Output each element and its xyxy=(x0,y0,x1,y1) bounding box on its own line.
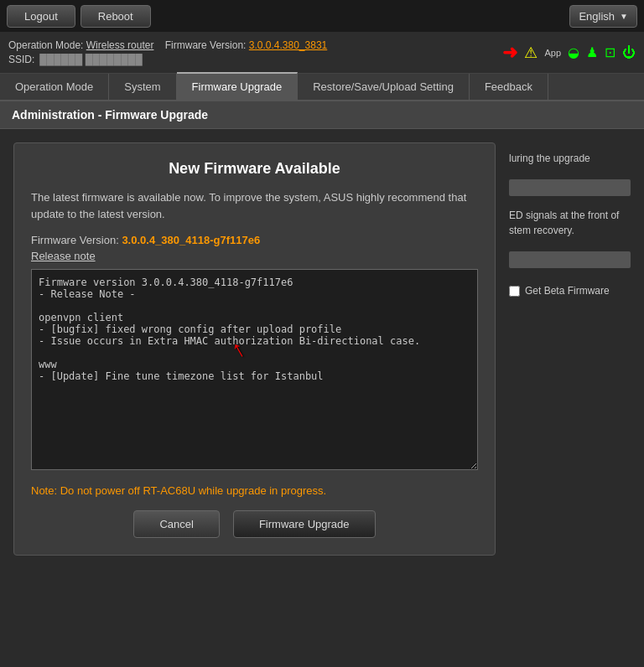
info-line1: Operation Mode: Wireless router Firmware… xyxy=(8,39,502,51)
dialog-buttons: Cancel Firmware Upgrade xyxy=(31,510,478,538)
chevron-down-icon: ▼ xyxy=(620,12,628,21)
dialog-description: The latest firmware is available now. To… xyxy=(31,189,478,222)
sidebar-bar2 xyxy=(509,251,631,268)
tab-operation-mode[interactable]: Operation Mode xyxy=(0,74,109,100)
dialog-title: New Firmware Available xyxy=(31,160,478,178)
info-line2: SSID: ██████ ████████ xyxy=(8,54,502,65)
cancel-button[interactable]: Cancel xyxy=(133,510,219,538)
ssid-label: SSID: xyxy=(8,54,34,65)
tab-feedback[interactable]: Feedback xyxy=(470,74,548,100)
beta-firmware-checkbox[interactable] xyxy=(509,286,520,297)
page-title: Administration - Firmware Upgrade xyxy=(0,101,644,129)
logout-button[interactable]: Logout xyxy=(7,5,75,28)
fw-version-line: Firmware Version: 3.0.0.4_380_4118-g7f11… xyxy=(31,234,478,246)
red-arrow-icon: ➜ xyxy=(502,42,517,64)
tab-firmware-upgrade[interactable]: Firmware Upgrade xyxy=(177,72,299,100)
upgrade-note: Note: Do not power off RT-AC68U while up… xyxy=(31,484,478,497)
right-sidebar: luring the upgrade ED signals at the fro… xyxy=(509,142,631,556)
ssid-value: ██████ ████████ xyxy=(39,54,142,65)
info-bar-icons: ➜ ⚠ App ◒ ♟ ⊡ ⏻ xyxy=(502,42,636,64)
tab-restore-save[interactable]: Restore/Save/Upload Setting xyxy=(298,74,470,100)
warning-icon: ⚠ xyxy=(524,44,538,62)
info-bar: Operation Mode: Wireless router Firmware… xyxy=(0,32,644,74)
sidebar-bar1 xyxy=(509,179,631,196)
operation-mode-value[interactable]: Wireless router xyxy=(86,39,154,51)
tab-system[interactable]: System xyxy=(109,74,176,100)
beta-firmware-check: Get Beta Firmware xyxy=(509,285,631,297)
fw-version-label: Firmware Version: xyxy=(31,234,119,246)
release-note-textarea[interactable] xyxy=(31,269,478,470)
usb-icon: ⏻ xyxy=(622,45,636,60)
fw-version-new-value: 3.0.0.4_380_4118-g7f117e6 xyxy=(122,234,260,246)
monitor-icon: ⊡ xyxy=(605,44,615,60)
beta-firmware-label: Get Beta Firmware xyxy=(525,285,610,297)
nav-tabs: Operation Mode System Firmware Upgrade R… xyxy=(0,74,644,101)
firmware-upgrade-button[interactable]: Firmware Upgrade xyxy=(233,510,376,538)
reboot-button[interactable]: Reboot xyxy=(80,5,151,28)
firmware-dialog: New Firmware Available The latest firmwa… xyxy=(13,142,496,556)
sidebar-text1: luring the upgrade xyxy=(509,151,631,166)
top-bar-left: Logout Reboot xyxy=(7,5,569,28)
sidebar-text2: ED signals at the front of stem recovery… xyxy=(509,208,631,238)
wifi-icon: ◒ xyxy=(568,44,579,60)
user-icon: ♟ xyxy=(586,44,598,60)
top-bar-right: English ▼ xyxy=(569,5,637,28)
operation-mode-label: Operation Mode: xyxy=(8,39,83,51)
firmware-version-value[interactable]: 3.0.0.4.380_3831 xyxy=(249,39,327,51)
info-bar-left: Operation Mode: Wireless router Firmware… xyxy=(8,39,502,65)
language-label: English xyxy=(579,10,615,23)
release-note-wrapper: ↑ xyxy=(31,269,478,484)
main-content: New Firmware Available The latest firmwa… xyxy=(0,129,644,569)
top-bar: Logout Reboot English ▼ xyxy=(0,0,644,32)
language-selector[interactable]: English ▼ xyxy=(569,5,637,28)
release-note-link[interactable]: Release note xyxy=(31,250,478,262)
app-label: App xyxy=(544,48,561,58)
firmware-label: Firmware Version: xyxy=(165,39,247,51)
